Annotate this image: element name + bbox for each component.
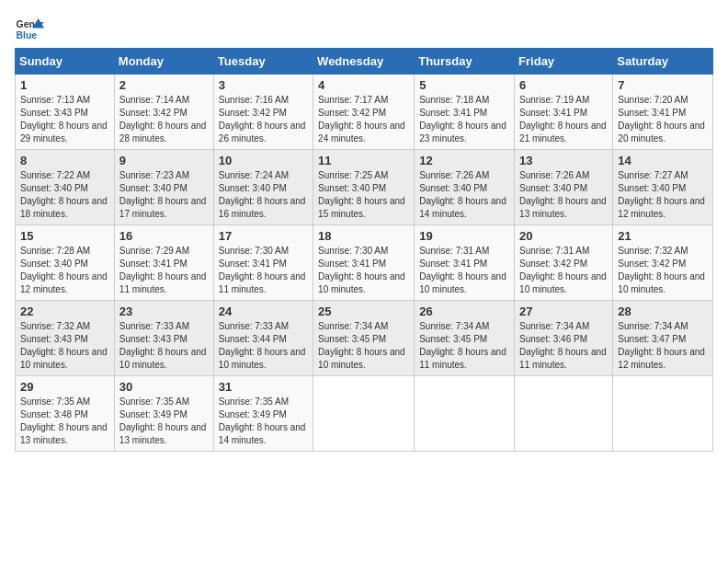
- day-info: Sunrise: 7:34 AMSunset: 3:47 PMDaylight:…: [618, 321, 705, 370]
- day-number: 1: [20, 78, 109, 92]
- day-number: 21: [618, 229, 708, 243]
- day-info: Sunrise: 7:35 AMSunset: 3:48 PMDaylight:…: [20, 396, 108, 445]
- day-number: 5: [419, 78, 509, 92]
- day-cell: 31 Sunrise: 7:35 AMSunset: 3:49 PMDaylig…: [213, 376, 313, 452]
- day-info: Sunrise: 7:27 AMSunset: 3:40 PMDaylight:…: [618, 170, 705, 219]
- day-cell: 18 Sunrise: 7:30 AMSunset: 3:41 PMDaylig…: [313, 225, 415, 301]
- day-cell: 14 Sunrise: 7:27 AMSunset: 3:40 PMDaylig…: [613, 150, 713, 225]
- day-cell: 6 Sunrise: 7:19 AMSunset: 3:41 PMDayligh…: [515, 75, 613, 150]
- day-cell: [313, 376, 415, 452]
- day-info: Sunrise: 7:24 AMSunset: 3:40 PMDaylight:…: [219, 170, 306, 219]
- day-cell: 19 Sunrise: 7:31 AMSunset: 3:41 PMDaylig…: [415, 225, 515, 301]
- week-row-3: 15 Sunrise: 7:28 AMSunset: 3:40 PMDaylig…: [16, 225, 713, 301]
- day-info: Sunrise: 7:34 AMSunset: 3:45 PMDaylight:…: [419, 321, 506, 370]
- day-cell: 9 Sunrise: 7:23 AMSunset: 3:40 PMDayligh…: [114, 150, 213, 225]
- day-cell: 23 Sunrise: 7:33 AMSunset: 3:43 PMDaylig…: [114, 301, 213, 376]
- day-cell: 24 Sunrise: 7:33 AMSunset: 3:44 PMDaylig…: [213, 301, 313, 376]
- header: General Blue: [15, 15, 713, 44]
- day-cell: 10 Sunrise: 7:24 AMSunset: 3:40 PMDaylig…: [213, 150, 313, 225]
- day-cell: 8 Sunrise: 7:22 AMSunset: 3:40 PMDayligh…: [16, 150, 115, 225]
- day-number: 28: [618, 304, 708, 318]
- day-info: Sunrise: 7:31 AMSunset: 3:42 PMDaylight:…: [519, 246, 607, 294]
- day-cell: 28 Sunrise: 7:34 AMSunset: 3:47 PMDaylig…: [613, 301, 713, 376]
- day-cell: 17 Sunrise: 7:30 AMSunset: 3:41 PMDaylig…: [213, 225, 313, 301]
- day-info: Sunrise: 7:34 AMSunset: 3:46 PMDaylight:…: [519, 321, 607, 370]
- day-number: 14: [618, 154, 708, 167]
- day-cell: 3 Sunrise: 7:16 AMSunset: 3:42 PMDayligh…: [213, 75, 313, 150]
- day-cell: 4 Sunrise: 7:17 AMSunset: 3:42 PMDayligh…: [313, 75, 415, 150]
- day-info: Sunrise: 7:13 AMSunset: 3:43 PMDaylight:…: [20, 95, 108, 144]
- day-number: 20: [519, 229, 608, 243]
- day-info: Sunrise: 7:26 AMSunset: 3:40 PMDaylight:…: [519, 170, 607, 219]
- day-info: Sunrise: 7:33 AMSunset: 3:43 PMDaylight:…: [119, 321, 207, 370]
- day-info: Sunrise: 7:20 AMSunset: 3:41 PMDaylight:…: [618, 95, 705, 144]
- day-number: 3: [219, 78, 308, 92]
- day-number: 18: [318, 229, 409, 243]
- header-cell-saturday: Saturday: [613, 49, 713, 75]
- day-info: Sunrise: 7:32 AMSunset: 3:42 PMDaylight:…: [618, 246, 705, 294]
- day-info: Sunrise: 7:22 AMSunset: 3:40 PMDaylight:…: [20, 170, 108, 219]
- day-number: 2: [119, 78, 209, 92]
- day-info: Sunrise: 7:29 AMSunset: 3:41 PMDaylight:…: [119, 246, 207, 294]
- day-cell: 13 Sunrise: 7:26 AMSunset: 3:40 PMDaylig…: [515, 150, 613, 225]
- day-number: 11: [318, 154, 409, 167]
- day-cell: 1 Sunrise: 7:13 AMSunset: 3:43 PMDayligh…: [16, 75, 115, 150]
- day-number: 6: [519, 78, 608, 92]
- header-cell-tuesday: Tuesday: [213, 49, 313, 75]
- day-cell: 20 Sunrise: 7:31 AMSunset: 3:42 PMDaylig…: [515, 225, 613, 301]
- week-row-1: 1 Sunrise: 7:13 AMSunset: 3:43 PMDayligh…: [16, 75, 713, 150]
- day-info: Sunrise: 7:35 AMSunset: 3:49 PMDaylight:…: [219, 396, 306, 445]
- day-number: 16: [119, 229, 209, 243]
- day-cell: 25 Sunrise: 7:34 AMSunset: 3:45 PMDaylig…: [313, 301, 415, 376]
- day-cell: [613, 376, 713, 452]
- day-number: 17: [219, 229, 308, 243]
- day-info: Sunrise: 7:34 AMSunset: 3:45 PMDaylight:…: [318, 321, 405, 370]
- day-info: Sunrise: 7:31 AMSunset: 3:41 PMDaylight:…: [419, 246, 506, 294]
- day-number: 27: [519, 304, 608, 318]
- week-row-4: 22 Sunrise: 7:32 AMSunset: 3:43 PMDaylig…: [16, 301, 713, 376]
- day-number: 30: [119, 380, 209, 394]
- header-cell-friday: Friday: [515, 49, 613, 75]
- day-cell: 16 Sunrise: 7:29 AMSunset: 3:41 PMDaylig…: [114, 225, 213, 301]
- day-cell: 2 Sunrise: 7:14 AMSunset: 3:42 PMDayligh…: [114, 75, 213, 150]
- day-cell: 12 Sunrise: 7:26 AMSunset: 3:40 PMDaylig…: [415, 150, 515, 225]
- day-cell: 27 Sunrise: 7:34 AMSunset: 3:46 PMDaylig…: [515, 301, 613, 376]
- header-row: SundayMondayTuesdayWednesdayThursdayFrid…: [16, 49, 713, 75]
- header-cell-sunday: Sunday: [16, 49, 115, 75]
- logo-icon: General Blue: [15, 15, 44, 44]
- day-number: 22: [20, 304, 109, 318]
- day-number: 23: [119, 304, 209, 318]
- day-cell: 21 Sunrise: 7:32 AMSunset: 3:42 PMDaylig…: [613, 225, 713, 301]
- day-cell: [515, 376, 613, 452]
- day-number: 29: [20, 380, 109, 394]
- day-number: 15: [20, 229, 109, 243]
- day-info: Sunrise: 7:35 AMSunset: 3:49 PMDaylight:…: [119, 396, 207, 445]
- logo: General Blue: [15, 15, 44, 44]
- day-info: Sunrise: 7:33 AMSunset: 3:44 PMDaylight:…: [219, 321, 306, 370]
- day-info: Sunrise: 7:30 AMSunset: 3:41 PMDaylight:…: [219, 246, 306, 294]
- day-info: Sunrise: 7:30 AMSunset: 3:41 PMDaylight:…: [318, 246, 405, 294]
- day-cell: 29 Sunrise: 7:35 AMSunset: 3:48 PMDaylig…: [16, 376, 115, 452]
- day-info: Sunrise: 7:23 AMSunset: 3:40 PMDaylight:…: [119, 170, 207, 219]
- day-info: Sunrise: 7:26 AMSunset: 3:40 PMDaylight:…: [419, 170, 506, 219]
- header-cell-thursday: Thursday: [415, 49, 515, 75]
- day-cell: 30 Sunrise: 7:35 AMSunset: 3:49 PMDaylig…: [114, 376, 213, 452]
- day-info: Sunrise: 7:19 AMSunset: 3:41 PMDaylight:…: [519, 95, 607, 144]
- week-row-2: 8 Sunrise: 7:22 AMSunset: 3:40 PMDayligh…: [16, 150, 713, 225]
- day-info: Sunrise: 7:18 AMSunset: 3:41 PMDaylight:…: [419, 95, 506, 144]
- day-info: Sunrise: 7:28 AMSunset: 3:40 PMDaylight:…: [20, 246, 108, 294]
- day-number: 4: [318, 78, 409, 92]
- day-info: Sunrise: 7:32 AMSunset: 3:43 PMDaylight:…: [20, 321, 108, 370]
- day-number: 7: [618, 78, 708, 92]
- header-cell-monday: Monday: [114, 49, 213, 75]
- day-number: 19: [419, 229, 509, 243]
- day-info: Sunrise: 7:17 AMSunset: 3:42 PMDaylight:…: [318, 95, 405, 144]
- week-row-5: 29 Sunrise: 7:35 AMSunset: 3:48 PMDaylig…: [16, 376, 713, 452]
- day-cell: 7 Sunrise: 7:20 AMSunset: 3:41 PMDayligh…: [613, 75, 713, 150]
- day-number: 13: [519, 154, 608, 167]
- day-number: 24: [219, 304, 308, 318]
- day-info: Sunrise: 7:14 AMSunset: 3:42 PMDaylight:…: [119, 95, 207, 144]
- day-number: 31: [219, 380, 308, 394]
- day-info: Sunrise: 7:16 AMSunset: 3:42 PMDaylight:…: [219, 95, 306, 144]
- day-number: 9: [119, 154, 209, 167]
